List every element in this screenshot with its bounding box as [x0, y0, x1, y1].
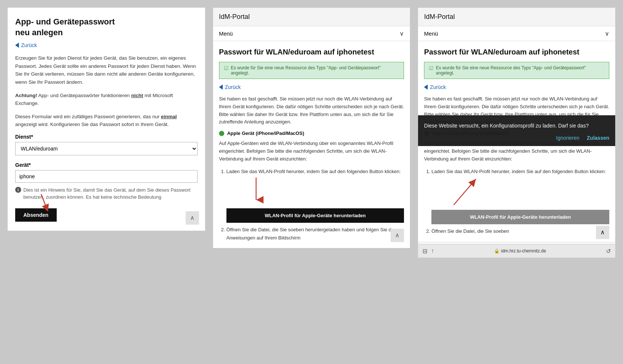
- share-icon: ↑: [431, 248, 434, 254]
- dialog-buttons: Ignorieren Zulassen: [424, 135, 609, 141]
- browser-bottom-bar: ⊟ ↑ idm.hrz.tu-chemnitz.de: [418, 244, 615, 258]
- scroll-up-icon: [190, 214, 195, 221]
- url-bar[interactable]: idm.hrz.tu-chemnitz.de: [494, 248, 546, 254]
- dialog-allow-button[interactable]: Zulassen: [587, 135, 609, 141]
- step2-text-3: Öffnen Sie die Datei, die Sie soeben: [431, 228, 509, 234]
- warning-nicht: nicht: [131, 93, 143, 98]
- success-text-2: Es wurde für Sie eine neue Ressource des…: [231, 65, 400, 76]
- menu-bar-3[interactable]: Menü: [418, 26, 615, 41]
- success-text-3: Es wurde für Sie eine neue Ressource des…: [436, 65, 604, 76]
- steps-list-2: Laden Sie das WLAN-Profil herunter, inde…: [219, 168, 404, 242]
- url-text: idm.hrz.tu-chemnitz.de: [501, 248, 546, 254]
- description-2: Dieses Formular wird ein zufälliges Pass…: [15, 113, 198, 129]
- dialog-text: Diese Website versucht, ein Konfiguratio…: [424, 122, 609, 130]
- chevron-down-icon-3: [605, 30, 609, 37]
- back-label-2: Zurück: [225, 84, 241, 90]
- scroll-up-button-3[interactable]: [596, 226, 609, 239]
- back-arrow-icon: [15, 43, 19, 48]
- download-button-3[interactable]: WLAN-Profil für Apple-Geräte herunterlad…: [431, 210, 609, 224]
- hint-container: i Dies ist ein Hinweis für Sie, damit Si…: [15, 186, 198, 201]
- reload-icon[interactable]: [606, 248, 611, 255]
- step1-text-2: Laden Sie das WLAN-Profil herunter, inde…: [226, 169, 401, 174]
- config-dialog: Diese Website versucht, ein Konfiguratio…: [418, 115, 615, 146]
- description-1: Erzeugen Sie für jeden Dienst für jedes …: [15, 54, 198, 86]
- hint-text: Dies ist ein Hinweis für Sie, damit Sie …: [23, 186, 198, 201]
- back-arrow-icon-3: [424, 85, 428, 90]
- back-label-3: Zurück: [430, 84, 446, 90]
- green-circle-icon-2: [219, 131, 224, 136]
- back-link[interactable]: Zurück: [15, 42, 198, 48]
- svg-line-5: [454, 179, 476, 205]
- bottom-bar-left: ⊟ ↑: [422, 248, 434, 255]
- arrow-annotation-3: [450, 177, 480, 207]
- steps-list-3: Laden Sie das WLAN-Profil herunter, inde…: [424, 168, 609, 235]
- info-icon: i: [15, 187, 21, 193]
- back-link-3[interactable]: Zurück: [424, 84, 609, 90]
- submit-button[interactable]: Absenden: [15, 208, 57, 222]
- back-arrow-icon-2: [219, 85, 223, 90]
- step1-text-3: Laden Sie das WLAN-Profil herunter, inde…: [431, 169, 606, 174]
- check-icon-2: ☑: [224, 65, 229, 71]
- page-title-3: Passwort für WLAN/eduroam auf iphonetest: [424, 47, 609, 57]
- geraet-label: Gerät*: [15, 162, 198, 168]
- warning-bold: Achtung!: [15, 93, 37, 98]
- portal-header-3: IdM-Portal: [418, 8, 615, 26]
- back-label: Zurück: [21, 42, 37, 48]
- menu-label-3: Menü: [424, 30, 438, 37]
- apple-intro-2: Auf Apple-Geräten wird die WLAN-Verbindu…: [219, 140, 404, 163]
- success-banner-2: ☑ Es wurde für Sie eine neue Ressource d…: [219, 62, 404, 79]
- page-title-2: Passwort für WLAN/eduroam auf iphonetest: [219, 47, 404, 57]
- dialog-ignore-button[interactable]: Ignorieren: [556, 135, 579, 141]
- warning-text: Achtung! App- und Gerätepasswörter funkt…: [15, 92, 198, 107]
- dienst-select[interactable]: WLAN/eduroam: [15, 142, 198, 155]
- intro-text-2: Sie haben es fast geschafft. Sie müssen …: [219, 95, 404, 126]
- check-icon-3: ☑: [429, 65, 434, 71]
- dienst-label: Dienst*: [15, 134, 198, 140]
- chevron-down-icon-2: [400, 30, 404, 37]
- menu-bar-2[interactable]: Menü: [213, 26, 410, 41]
- download-button-2[interactable]: WLAN-Profil für Apple-Geräte herunterlad…: [226, 208, 404, 223]
- success-banner-3: ☑ Es wurde für Sie eine neue Ressource d…: [424, 62, 609, 79]
- tab-icon: ⊟: [422, 248, 427, 255]
- back-link-2[interactable]: Zurück: [219, 84, 404, 90]
- portal-header-2: IdM-Portal: [213, 8, 410, 26]
- scroll-up-icon-3: [600, 229, 605, 236]
- scroll-up-button[interactable]: [186, 211, 199, 225]
- menu-label-2: Menü: [219, 30, 233, 37]
- scroll-up-button-2[interactable]: [391, 229, 404, 242]
- apple-device-label-2: Apple Gerät (iPhone/iPad/MacOS): [227, 130, 304, 136]
- step2-text-2: Öffnen Sie die Datei, die Sie soeben her…: [226, 227, 397, 241]
- lock-icon: [494, 248, 500, 254]
- scroll-up-icon-2: [395, 232, 400, 239]
- page-title: App- und Gerätepasswort neu anlegen: [15, 17, 198, 38]
- apple-device-row-2: Apple Gerät (iPhone/iPad/MacOS): [219, 130, 404, 136]
- arrow-annotation-2: [249, 176, 271, 205]
- geraet-input[interactable]: [15, 170, 198, 183]
